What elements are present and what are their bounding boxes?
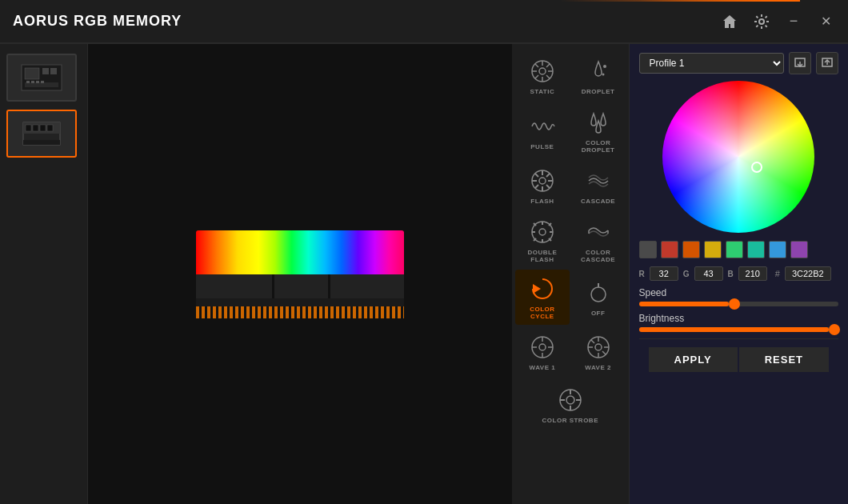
effects-panel: STATIC DROPLET <box>512 44 848 504</box>
color-cycle-label: COLOR CYCLE <box>518 306 566 320</box>
g-label: G <box>683 270 690 278</box>
home-icon[interactable] <box>720 12 739 31</box>
droplet-icon <box>584 57 613 86</box>
cascade-label: CASCADE <box>581 198 615 205</box>
swatch-6[interactable] <box>769 241 786 258</box>
effect-droplet[interactable]: DROPLET <box>571 50 626 102</box>
wheel-cursor <box>751 162 762 173</box>
profile-select[interactable]: Profile 1Profile 2Profile 3 <box>639 53 785 74</box>
svg-rect-3 <box>42 68 49 74</box>
svg-rect-12 <box>26 125 31 131</box>
effect-color-cascade[interactable]: COLOR CASCADE <box>571 213 626 268</box>
color-panel: Profile 1Profile 2Profile 3 <box>630 44 849 504</box>
export-profile-button[interactable] <box>816 52 838 74</box>
static-label: STATIC <box>530 88 555 95</box>
swatch-1[interactable] <box>661 241 678 258</box>
brightness-section: Brightness <box>639 313 839 332</box>
svg-rect-13 <box>33 125 38 131</box>
effect-color-cycle[interactable]: COLOR CYCLE <box>515 270 570 325</box>
hex-label: # <box>775 269 780 278</box>
svg-rect-14 <box>40 125 46 131</box>
wave1-icon <box>528 333 557 362</box>
speed-thumb[interactable] <box>729 298 740 310</box>
device-thumb-motherboard[interactable] <box>6 54 77 102</box>
effect-static[interactable]: STATIC <box>515 50 570 102</box>
svg-rect-7 <box>31 81 34 83</box>
wave1-label: WAVE 1 <box>530 364 556 371</box>
double-flash-label: DOUBLE FLASH <box>518 249 566 263</box>
import-profile-button[interactable] <box>789 52 811 74</box>
swatch-7[interactable] <box>790 241 808 258</box>
apply-button[interactable]: APPLY <box>649 347 738 372</box>
titlebar: AORUS RGB MEMORY − ✕ <box>0 0 848 44</box>
svg-point-28 <box>602 74 604 76</box>
effect-pulse[interactable]: PULSE <box>515 103 570 158</box>
wave2-label: WAVE 2 <box>585 364 611 371</box>
app-title: AORUS RGB MEMORY <box>13 13 182 30</box>
close-icon[interactable]: ✕ <box>816 12 835 31</box>
color-droplet-icon <box>584 108 613 137</box>
svg-point-55 <box>539 344 546 350</box>
svg-point-0 <box>759 19 764 24</box>
wave2-icon <box>584 333 613 362</box>
cascade-icon <box>584 166 613 195</box>
effect-flash[interactable]: FLASH <box>515 160 570 211</box>
brightness-label: Brightness <box>639 313 839 324</box>
effect-wave1[interactable]: WAVE 1 <box>515 326 570 378</box>
color-wheel[interactable] <box>662 81 814 233</box>
r-value[interactable]: 32 <box>650 266 678 281</box>
device-thumb-ram[interactable] <box>6 110 77 158</box>
effect-double-flash[interactable]: DOUBLE FLASH <box>515 213 570 268</box>
flash-label: FLASH <box>530 198 554 205</box>
swatch-5[interactable] <box>747 241 765 258</box>
effect-wave2[interactable]: WAVE 2 <box>571 326 626 378</box>
b-value[interactable]: 210 <box>738 266 767 281</box>
pulse-label: PULSE <box>530 143 554 150</box>
svg-line-38 <box>535 185 538 188</box>
b-label: B <box>728 270 734 278</box>
color-droplet-label: COLOR DROPLET <box>574 139 622 154</box>
wheel-container[interactable] <box>639 81 839 233</box>
brightness-track[interactable] <box>639 327 839 332</box>
brightness-thumb[interactable] <box>829 324 840 335</box>
svg-line-66 <box>591 340 594 343</box>
svg-marker-51 <box>533 284 541 294</box>
color-cascade-label: COLOR CASCADE <box>574 249 622 263</box>
svg-line-37 <box>546 174 550 177</box>
svg-line-23 <box>535 64 538 67</box>
swatch-0[interactable] <box>639 241 657 258</box>
svg-rect-2 <box>25 68 39 79</box>
static-icon <box>528 57 557 86</box>
speed-fill <box>639 302 729 306</box>
bottom-bar: APPLY RESET <box>639 338 839 380</box>
off-label: OFF <box>591 310 606 317</box>
profile-bar: Profile 1Profile 2Profile 3 <box>639 52 839 74</box>
effect-color-strobe[interactable]: COLOR STROBE <box>515 379 626 430</box>
svg-line-67 <box>602 351 606 354</box>
effect-color-droplet[interactable]: COLOR DROPLET <box>571 103 626 158</box>
svg-line-25 <box>546 64 550 67</box>
brightness-fill <box>639 327 829 332</box>
device-sidebar <box>0 44 88 504</box>
swatch-3[interactable] <box>704 241 722 258</box>
color-cascade-icon <box>584 218 613 246</box>
svg-line-36 <box>546 185 550 188</box>
effect-off[interactable]: OFF <box>571 270 626 325</box>
svg-point-18 <box>539 68 546 74</box>
svg-line-35 <box>535 174 538 177</box>
droplet-label: DROPLET <box>582 88 615 95</box>
hex-value[interactable]: 3C22B2 <box>785 266 831 281</box>
g-value[interactable]: 43 <box>694 266 723 281</box>
minimize-icon[interactable]: − <box>784 12 803 31</box>
speed-section: Speed <box>639 287 839 306</box>
swatch-4[interactable] <box>726 241 743 258</box>
speed-track[interactable] <box>639 302 839 306</box>
settings-icon[interactable] <box>752 12 771 31</box>
reset-button[interactable]: RESET <box>739 347 829 372</box>
effect-cascade[interactable]: CASCADE <box>571 160 626 211</box>
svg-rect-6 <box>26 81 30 83</box>
flash-icon <box>528 166 557 195</box>
swatch-2[interactable] <box>682 241 700 258</box>
color-strobe-icon <box>556 386 585 414</box>
swatches-row <box>639 239 839 260</box>
